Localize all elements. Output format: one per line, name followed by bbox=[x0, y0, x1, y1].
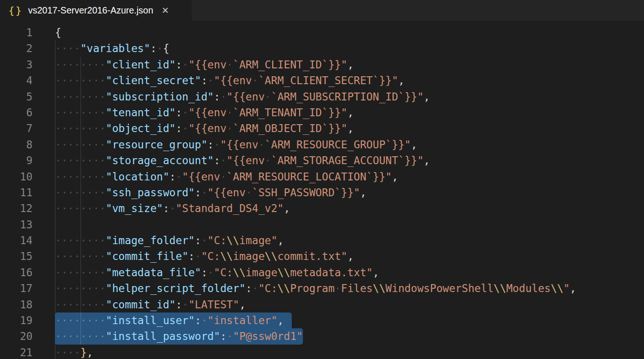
token-key: "helper_script_folder" bbox=[106, 282, 246, 294]
token-str: WindowsPowerShell bbox=[385, 282, 493, 294]
token-esc: \\ bbox=[373, 282, 385, 294]
line-number[interactable]: 21 bbox=[0, 345, 33, 359]
token-key: "storage_account" bbox=[106, 154, 214, 166]
line-number[interactable]: 3 bbox=[0, 57, 33, 73]
line-number[interactable]: 17 bbox=[0, 280, 33, 296]
token-str: "Standard_DS4_v2" bbox=[176, 202, 284, 214]
token-str: Program bbox=[290, 282, 335, 294]
code-line-1[interactable]: 1{ bbox=[0, 25, 644, 40]
code-line-15[interactable]: 15········"commit_file":·"C:\\image\\com… bbox=[0, 248, 644, 264]
token-key: "client_secret" bbox=[106, 74, 201, 86]
token-str: "{{env bbox=[188, 59, 227, 71]
line-number[interactable]: 4 bbox=[0, 73, 33, 88]
token-key: "install_password" bbox=[106, 330, 220, 342]
whitespace-dots: ········ bbox=[55, 171, 106, 183]
text-selection: ········"install_password":·"P@ssw0rd1" bbox=[55, 328, 303, 344]
code-line-6[interactable]: 6········"tenant_id":·"{{env·`ARM_TENANT… bbox=[0, 105, 644, 120]
code-line-4[interactable]: 4········"client_secret":·"{{env·`ARM_CL… bbox=[0, 73, 644, 88]
token-punct: , bbox=[392, 171, 398, 183]
line-content: ········"image_folder":·"C:\\image", bbox=[55, 233, 284, 248]
line-content: ····"variables":·{ bbox=[55, 40, 169, 56]
code-line-19[interactable]: 19········"install_user":·"installer", bbox=[0, 312, 644, 328]
line-number[interactable]: 18 bbox=[0, 297, 33, 312]
code-line-10[interactable]: 10········"location":·"{{env·`ARM_RESOUR… bbox=[0, 169, 644, 185]
token-key: "ssh_password" bbox=[106, 186, 195, 199]
code-editor[interactable]: 1{2····"variables":·{3········"client_id… bbox=[0, 21, 644, 359]
code-line-12[interactable]: 12········"vm_size":·"Standard_DS4_v2", bbox=[0, 200, 644, 216]
code-line-14[interactable]: 14········"image_folder":·"C:\\image", bbox=[0, 233, 644, 248]
token-str: metadata.txt" bbox=[290, 266, 373, 279]
line-number[interactable]: 10 bbox=[0, 169, 33, 185]
token-punct: : bbox=[163, 202, 169, 214]
token-punct: , bbox=[239, 299, 246, 311]
line-number[interactable]: 5 bbox=[0, 89, 33, 105]
line-content: ········"object_id":·"{{env·`ARM_OBJECT_… bbox=[55, 120, 354, 136]
line-number[interactable]: 6 bbox=[0, 105, 33, 120]
token-key: "metadata_file" bbox=[106, 266, 201, 279]
token-punct: : bbox=[214, 91, 221, 103]
code-line-9[interactable]: 9········"storage_account":·"{{env·`ARM_… bbox=[0, 153, 644, 168]
token-punct: : bbox=[195, 234, 201, 246]
line-number[interactable]: 20 bbox=[0, 328, 33, 344]
code-line-3[interactable]: 3········"client_id":·"{{env·`ARM_CLIENT… bbox=[0, 57, 644, 73]
whitespace-dots: · bbox=[227, 59, 233, 71]
code-line-8[interactable]: 8········"resource_group":·"{{env·`ARM_R… bbox=[0, 137, 644, 153]
token-punct: , bbox=[423, 154, 430, 166]
whitespace-dots: ········ bbox=[55, 250, 106, 262]
code-line-16[interactable]: 16········"metadata_file":·"C:\\image\\m… bbox=[0, 265, 644, 280]
whitespace-dots: ········ bbox=[55, 59, 106, 71]
line-number[interactable]: 8 bbox=[0, 137, 33, 153]
line-number[interactable]: 11 bbox=[0, 185, 33, 200]
token-punct: , bbox=[570, 282, 577, 294]
code-line-11[interactable]: 11········"ssh_password":·"{{env·`SSH_PA… bbox=[0, 185, 644, 200]
line-number[interactable]: 12 bbox=[0, 200, 33, 216]
whitespace-dots: ···· bbox=[55, 42, 80, 54]
token-key: "resource_group" bbox=[106, 139, 208, 151]
line-number[interactable]: 1 bbox=[0, 25, 33, 40]
token-key: "image_folder" bbox=[106, 234, 195, 246]
whitespace-dots: · bbox=[265, 91, 271, 103]
code-line-20[interactable]: 20········"install_password":·"P@ssw0rd1… bbox=[0, 328, 644, 344]
line-number[interactable]: 9 bbox=[0, 153, 33, 168]
token-str: `ARM_CLIENT_ID`}}" bbox=[233, 59, 348, 71]
code-line-21[interactable]: 21····}, bbox=[0, 345, 644, 359]
token-punct: : bbox=[201, 74, 208, 86]
code-line-7[interactable]: 7········"object_id":·"{{env·`ARM_OBJECT… bbox=[0, 120, 644, 136]
token-punct: , bbox=[373, 266, 379, 279]
line-number[interactable]: 19 bbox=[0, 312, 33, 328]
token-str: Modules bbox=[506, 282, 551, 294]
whitespace-dots: · bbox=[182, 299, 188, 311]
token-punct: : bbox=[195, 314, 201, 326]
whitespace-dots: · bbox=[169, 202, 176, 214]
line-content: { bbox=[55, 25, 61, 40]
token-str: commit.txt" bbox=[277, 250, 347, 262]
token-key: "vm_size" bbox=[106, 202, 163, 214]
line-number[interactable]: 16 bbox=[0, 265, 33, 280]
line-number[interactable]: 2 bbox=[0, 40, 33, 56]
code-line-13[interactable]: 13 bbox=[0, 217, 644, 233]
code-line-5[interactable]: 5········"subscription_id":·"{{env·`ARM_… bbox=[0, 89, 644, 105]
token-str: `SSH_PASSWORD`}}" bbox=[252, 186, 360, 199]
token-punct: : bbox=[169, 171, 176, 183]
token-punct: , bbox=[277, 314, 284, 326]
line-number[interactable]: 7 bbox=[0, 120, 33, 136]
whitespace-dots: · bbox=[258, 139, 265, 151]
token-punct: : bbox=[246, 282, 252, 294]
line-number[interactable]: 15 bbox=[0, 248, 33, 264]
token-punct: , bbox=[347, 59, 354, 71]
token-esc: \\ bbox=[265, 250, 277, 262]
code-line-17[interactable]: 17········"helper_script_folder":·"C:\\P… bbox=[0, 280, 644, 296]
code-line-18[interactable]: 18········"commit_id":·"LATEST", bbox=[0, 297, 644, 312]
token-str: `ARM_CLIENT_SECRET`}}" bbox=[258, 74, 398, 86]
tab-file[interactable]: {} vs2017-Server2016-Azure.json ✕ bbox=[0, 0, 192, 21]
line-number[interactable]: 13 bbox=[0, 217, 33, 233]
whitespace-dots: · bbox=[214, 139, 221, 151]
line-number[interactable]: 14 bbox=[0, 233, 33, 248]
text-selection: ········"install_user":·"installer", bbox=[55, 312, 292, 328]
token-punct: , bbox=[284, 202, 290, 214]
code-line-2[interactable]: 2····"variables":·{ bbox=[0, 40, 644, 56]
close-icon[interactable]: ✕ bbox=[161, 6, 169, 15]
whitespace-dots: · bbox=[265, 154, 271, 166]
line-content: ········"resource_group":·"{{env·`ARM_RE… bbox=[55, 137, 417, 153]
line-content: ········"storage_account":·"{{env·`ARM_S… bbox=[55, 153, 430, 168]
